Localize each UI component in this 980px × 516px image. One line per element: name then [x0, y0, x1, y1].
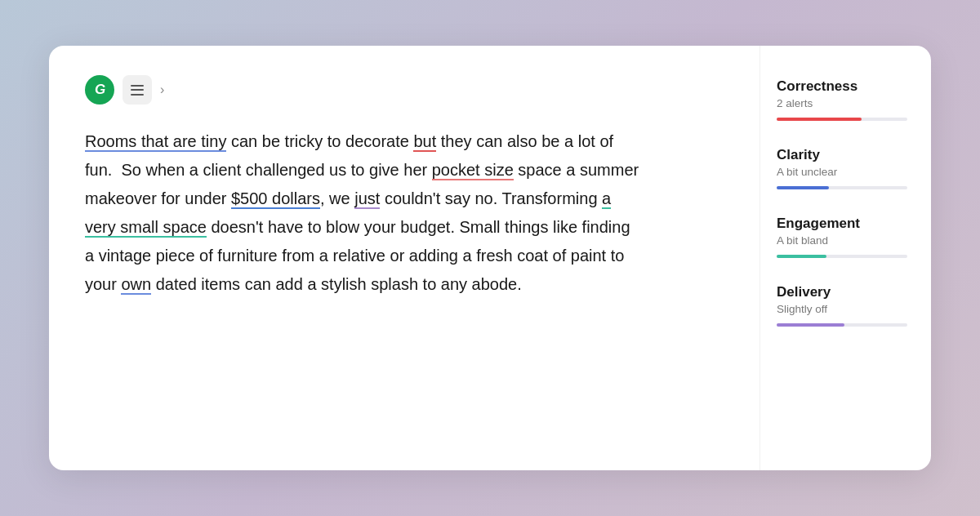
main-card: G › Rooms that are tiny can be tricky to… [49, 46, 931, 470]
underline-but: but [413, 132, 436, 152]
metric-engagement: Engagement A bit bland [777, 216, 908, 258]
engagement-bar-track [777, 255, 907, 258]
clarity-bar-track [777, 186, 907, 189]
metric-clarity: Clarity A bit unclear [777, 147, 908, 189]
hamburger-icon [131, 85, 144, 96]
underline-500: $500 dollars [231, 189, 320, 209]
editor-area: G › Rooms that are tiny can be tricky to… [49, 46, 760, 470]
metric-correctness: Correctness 2 alerts [777, 78, 908, 121]
document-text: Rooms that are tiny can be tricky to dec… [85, 127, 640, 299]
correctness-bar-track [777, 118, 907, 121]
clarity-subtitle: A bit unclear [777, 166, 908, 178]
correctness-bar-fill [777, 118, 862, 121]
metric-delivery: Delivery Slightly off [777, 284, 908, 327]
delivery-bar-fill [777, 323, 844, 327]
clarity-bar-fill [777, 186, 829, 189]
underline-rooms-tiny: Rooms that are tiny [85, 132, 226, 152]
engagement-subtitle: A bit bland [777, 234, 908, 247]
menu-button[interactable] [122, 75, 152, 105]
metrics-sidebar: Correctness 2 alerts Clarity A bit uncle… [760, 46, 931, 470]
delivery-title: Delivery [777, 284, 908, 300]
underline-own: own [121, 275, 151, 295]
underline-just: just [354, 189, 380, 209]
engagement-title: Engagement [777, 216, 908, 232]
underline-pocket-size: pocket size [432, 161, 514, 180]
delivery-subtitle: Slightly off [777, 303, 908, 315]
correctness-subtitle: 2 alerts [777, 97, 908, 109]
clarity-title: Clarity [777, 147, 908, 163]
correctness-title: Correctness [777, 78, 908, 95]
engagement-bar-fill [777, 255, 826, 258]
delivery-bar-track [777, 323, 907, 327]
underline-very-small-space: a very small space [85, 189, 611, 238]
toolbar: G › [85, 75, 724, 105]
grammarly-logo: G [85, 75, 114, 105]
forward-button[interactable]: › [160, 82, 164, 97]
